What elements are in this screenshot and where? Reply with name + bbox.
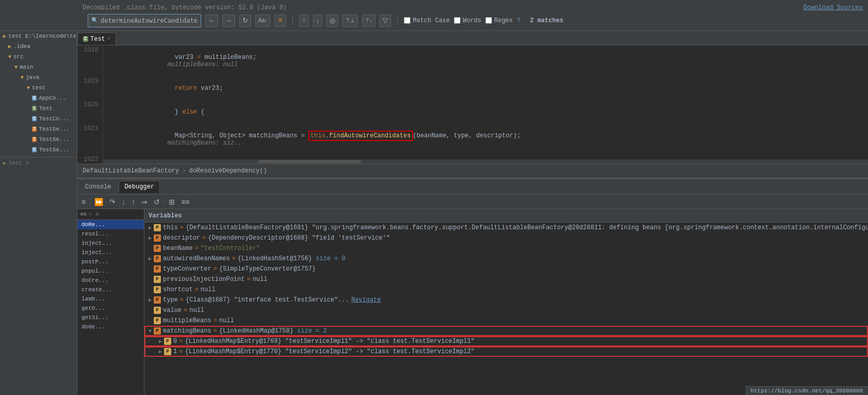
var-item-this[interactable]: ▶ P this = {DefaultListableBeanFactory@1… [144, 223, 868, 233]
find-funnel[interactable]: ▽ [380, 14, 391, 27]
class-green-icon-test: C [32, 106, 37, 111]
line-content-1019: return var23; [119, 76, 868, 100]
sidebar-item-java-test[interactable]: ▼ test [0, 83, 77, 93]
code-editor: 1018 var23 = multipleBeans; multipleBean… [77, 45, 868, 164]
var-expand-type[interactable]: ▶ [149, 297, 152, 303]
words-option[interactable]: Words [454, 17, 481, 24]
var-expand-matchingbeans-1[interactable]: ▶ [159, 349, 162, 355]
horizontal-scrollbar[interactable] [103, 160, 868, 164]
debug-stack-item-2[interactable]: inject... [77, 239, 144, 248]
find-target[interactable]: ◎ [326, 14, 338, 27]
toolbar-stepinto-btn[interactable]: ↓ [120, 197, 127, 207]
help-icon[interactable]: ? [517, 17, 520, 24]
find-arrow-up[interactable]: ↑ [299, 14, 309, 27]
status-url[interactable]: https://blog.csdn.net/qq_39600860 [750, 388, 863, 394]
sidebar-item-idea-label: .idea [13, 43, 30, 50]
var-expand-matchingbeans[interactable]: ▼ [149, 328, 152, 334]
editor-area: C Test × 1018 var23 = multipleBeans; mul… [77, 31, 868, 395]
sidebar-item-testco[interactable]: C TestCo... [0, 114, 77, 124]
var-eq-value: = [184, 307, 187, 314]
find-refresh-button[interactable]: ↻ [239, 14, 251, 27]
sidebar-item-appco[interactable]: C AppCo... [0, 93, 77, 103]
sidebar-item-testse1[interactable]: I TestSe... [0, 124, 77, 134]
tab-close-icon[interactable]: × [107, 36, 110, 42]
var-expand-this[interactable]: ▶ [149, 225, 152, 231]
match-case-checkbox[interactable] [404, 17, 411, 24]
var-expand-matchingbeans-0[interactable]: ▶ [159, 338, 162, 344]
var-item-previnjpoint[interactable]: ▶ P previousInjectionPoint = null [144, 274, 868, 285]
find-next-button[interactable]: → [222, 14, 235, 27]
sidebar-item-test[interactable]: ▶ test E:\learncode\te... [0, 31, 77, 41]
debug-tab-header: ▶ Test × [0, 157, 77, 168]
var-icon-descriptor: P [154, 234, 161, 242]
sidebar-item-testse2[interactable]: I TestSe... [0, 134, 77, 145]
debug-stack-item-3[interactable]: inject... [77, 248, 144, 257]
var-item-multiplebeans[interactable]: ▶ P multipleBeans = null [144, 315, 868, 326]
var-item-value[interactable]: ▶ P value = null [144, 305, 868, 315]
find-special2[interactable]: ⊤↓ [362, 14, 375, 27]
regex-checkbox[interactable] [485, 17, 492, 24]
variables-title: Variables [149, 212, 182, 219]
var-item-beanname[interactable]: ▶ P beanName = "testController" [144, 243, 868, 254]
navigate-link-type[interactable]: Navigate [351, 296, 381, 304]
debug-stack-item-9[interactable]: getO... [77, 304, 144, 313]
debug-stack-item-8[interactable]: lamb... [77, 294, 144, 304]
find-special1[interactable]: ⊤⊥ [342, 14, 358, 27]
debug-stack-item-10[interactable]: getSi... [77, 313, 144, 322]
var-noexpand-multiplebeans: ▶ [149, 318, 152, 324]
var-noexpand-typeconverter: ▶ [149, 266, 152, 272]
debug-stack-item-7[interactable]: create... [77, 285, 144, 294]
words-checkbox[interactable] [454, 17, 461, 24]
breadcrumb: DefaultListableBeanFactory › doResolveDe… [77, 164, 868, 178]
var-icon-this: P [154, 224, 161, 231]
var-item-type[interactable]: ▶ P type = {Class@1687} "interface test.… [144, 295, 868, 305]
debug-stack-item-11[interactable]: doGe... [77, 322, 144, 331]
sidebar-item-src[interactable]: ▼ src [0, 52, 77, 62]
toolbar-menu-btn[interactable]: ≡ [79, 197, 88, 207]
regex-option[interactable]: Regex [485, 17, 513, 24]
debug-stack-item-0[interactable]: doRe... [77, 220, 144, 229]
tab-test-label: Test [90, 36, 105, 43]
tab-debugger[interactable]: Debugger [119, 181, 160, 193]
debug-stack-item-5[interactable]: popul... [77, 266, 144, 276]
toolbar-resume-btn[interactable]: ⏩ [92, 197, 105, 207]
match-case-option[interactable]: Match Case [404, 17, 450, 24]
sidebar-item-test-class[interactable]: C Test [0, 103, 77, 114]
sidebar-item-main[interactable]: ▼ main [0, 62, 77, 72]
find-prev-button[interactable]: ← [205, 14, 218, 27]
sidebar-item-idea[interactable]: ▶ .idea [0, 41, 77, 52]
var-expand-descriptor[interactable]: ▶ [149, 235, 152, 241]
var-item-matchingbeans-0[interactable]: ▶ P 0 = {LinkedHashMap$Entry@1769} "test… [144, 336, 868, 346]
toolbar-threads-btn[interactable]: ≡≡ [179, 197, 191, 207]
sidebar-item-testse3[interactable]: C TestSe... [0, 145, 77, 155]
tab-test[interactable]: C Test × [77, 33, 116, 45]
debug-stack-item-1[interactable]: resol... [77, 229, 144, 239]
var-item-matchingbeans[interactable]: ▼ P matchingBeans = {LinkedHashMap@1758}… [144, 326, 868, 336]
var-val-shortcut: null [201, 286, 216, 293]
sidebar-item-testse2-label: TestSe... [39, 136, 69, 143]
var-item-shortcut[interactable]: ▶ P shortcut = null [144, 285, 868, 295]
var-item-typeconverter[interactable]: ▶ P typeConverter = {SimpleTypeConverter… [144, 264, 868, 274]
var-item-matchingbeans-1[interactable]: ▶ P 1 = {LinkedHashMap$Entry@1770} "test… [144, 346, 868, 357]
toolbar-stepover-btn[interactable]: ↷ [107, 197, 118, 207]
var-item-autowiredbeannames[interactable]: ▶ P autowiredBeanNames = {LinkedHashSet@… [144, 254, 868, 264]
tab-console[interactable]: Console [79, 181, 117, 193]
toolbar-reset-btn[interactable]: ↺ [152, 197, 162, 207]
var-item-descriptor[interactable]: ▶ P descriptor = {DependencyDescriptor@1… [144, 233, 868, 243]
var-expand-autowiredbeannames[interactable]: ▶ [149, 256, 152, 262]
toolbar-runtocursor-btn[interactable]: ⇒ [139, 197, 150, 207]
var-val-matchingbeans: {LinkedHashMap@1758} size = 2 [219, 327, 327, 335]
debug-stack-item-4[interactable]: postP... [77, 257, 144, 266]
scrollbar-thumb[interactable] [258, 160, 361, 163]
find-separator [292, 15, 293, 26]
var-icon-typeconverter: P [154, 265, 161, 273]
find-filter-button[interactable]: Aa↑ [255, 14, 270, 27]
toolbar-frames-btn[interactable]: ⊞ [167, 197, 177, 207]
var-eq-shortcut: = [195, 286, 199, 293]
sidebar-item-java[interactable]: ▼ java [0, 72, 77, 83]
find-input-value[interactable]: determineAutowireCandidate [101, 17, 198, 24]
find-close-button[interactable]: ✕ [274, 14, 286, 27]
find-arrow-down[interactable]: ↓ [313, 14, 323, 27]
debug-stack-item-6[interactable]: doCre... [77, 276, 144, 285]
toolbar-stepout-btn[interactable]: ↑ [129, 197, 137, 207]
